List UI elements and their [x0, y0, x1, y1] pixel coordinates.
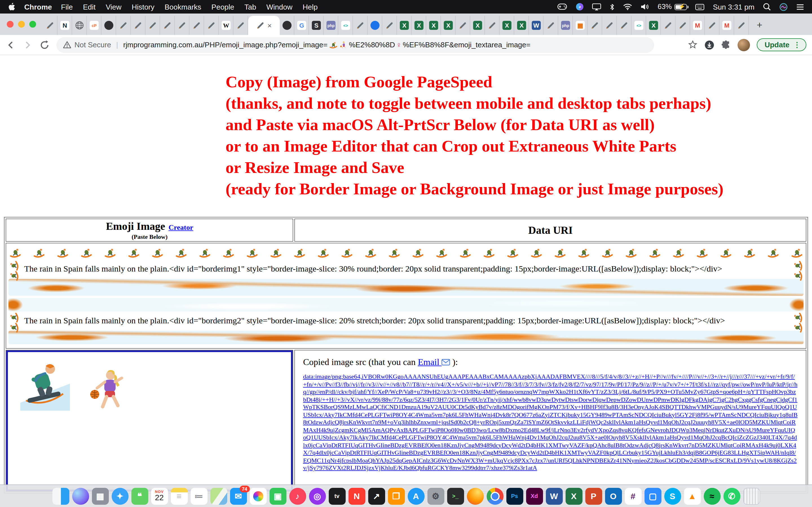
data-uri-text[interactable]: data:image/png;base64,iVBORw0KGgoAAAANSU… [303, 373, 798, 472]
tab[interactable] [280, 16, 294, 35]
tab[interactable]: W [529, 16, 544, 35]
menu-item[interactable]: Help [303, 3, 318, 11]
dock-terminal-icon[interactable]: >_ [447, 488, 464, 504]
not-secure-warning-icon[interactable] [63, 41, 71, 48]
tab[interactable]: W [219, 16, 234, 35]
tab[interactable]: php [558, 16, 573, 35]
tab[interactable] [705, 16, 719, 35]
minimize-window-button[interactable] [18, 21, 25, 27]
dock-system-preferences-icon[interactable]: ⚙ [427, 488, 444, 504]
tab[interactable]: X [470, 16, 485, 35]
address-bar[interactable]: Not Secure | rjmprogramming.com.au/PHP/e… [56, 37, 654, 53]
tab[interactable]: G [294, 16, 309, 35]
tab[interactable]: N [57, 16, 72, 35]
dock-calendar-icon[interactable]: NOV22 [151, 488, 168, 504]
notification-center-icon[interactable] [796, 4, 804, 10]
dock-photoshop-icon[interactable]: Ps [506, 488, 523, 504]
bookmark-star-icon[interactable] [688, 40, 698, 50]
tab[interactable] [116, 16, 131, 35]
tab[interactable] [204, 16, 219, 35]
dock-maps-icon[interactable] [210, 488, 227, 504]
tab[interactable]: ▦ [573, 16, 588, 35]
tab[interactable]: X [500, 16, 514, 35]
menu-app-name[interactable]: Chrome [24, 3, 52, 11]
tab[interactable] [544, 16, 558, 35]
battery-indicator[interactable]: 63% ⚡ [658, 3, 687, 11]
dock-stocks-icon[interactable]: ↗ [368, 488, 385, 504]
tab[interactable] [368, 16, 382, 35]
tab[interactable] [661, 16, 675, 35]
tab[interactable] [43, 16, 57, 35]
dock-vlc-icon[interactable]: ▲ [684, 488, 701, 504]
tab[interactable]: M [690, 16, 705, 35]
bluetooth-icon[interactable] [610, 3, 615, 10]
menu-item[interactable]: History [132, 3, 154, 11]
dock-reminders-icon[interactable]: ≔ [190, 488, 207, 504]
dock-word-icon[interactable]: W [546, 488, 562, 504]
dock-launchpad-icon[interactable]: ▦ [92, 488, 109, 504]
menu-item[interactable]: People [211, 3, 234, 11]
chat-app-icon[interactable] [576, 3, 584, 11]
dock-notes-icon[interactable]: ≡ [170, 488, 188, 504]
dock-zoom-icon[interactable]: ▢ [644, 488, 661, 504]
dock-app-store-icon[interactable]: A [407, 488, 424, 504]
email-link[interactable]: Email [418, 357, 450, 367]
dock-podcasts-icon[interactable]: ◎ [309, 488, 326, 504]
tab[interactable] [160, 16, 175, 35]
tab[interactable] [234, 16, 248, 35]
dock-mail-icon[interactable]: ✉74 [230, 488, 247, 504]
dock-spotify-icon[interactable]: ≈ [703, 488, 720, 504]
tab[interactable]: X [426, 16, 441, 35]
download-status-icon[interactable] [704, 40, 714, 50]
dock-messages-icon[interactable]: ❝ [131, 488, 148, 504]
tab[interactable]: S [309, 16, 324, 35]
tab[interactable]: X [646, 16, 661, 35]
menu-item[interactable]: File [61, 3, 73, 11]
profile-avatar[interactable] [738, 39, 750, 51]
tab[interactable] [456, 16, 470, 35]
dock-excel-icon[interactable]: X [565, 488, 582, 504]
browser-menu-icon[interactable]: ⋮ [794, 41, 801, 49]
tab[interactable] [485, 16, 500, 35]
forward-button[interactable] [22, 40, 33, 50]
tab[interactable]: X [441, 16, 456, 35]
apple-menu-icon[interactable] [8, 2, 15, 11]
screen-mirroring-icon[interactable] [592, 3, 601, 10]
volume-icon[interactable] [641, 3, 649, 10]
dock-tv-icon[interactable]: tv [328, 488, 345, 504]
dock-news-icon[interactable]: N [348, 488, 365, 504]
tab[interactable] [382, 16, 397, 35]
tab[interactable] [72, 16, 87, 35]
tab[interactable] [131, 16, 146, 35]
tab[interactable]: <> [338, 16, 353, 35]
menu-item[interactable]: Edit [83, 3, 96, 11]
dock-firefox-icon[interactable] [467, 488, 484, 504]
tab[interactable] [734, 16, 749, 35]
tab-active[interactable]: × [248, 16, 280, 35]
security-label[interactable]: Not Secure [74, 41, 111, 49]
tab[interactable] [353, 16, 368, 35]
menu-item[interactable]: View [106, 3, 121, 11]
tab[interactable] [101, 16, 116, 35]
tab-close-icon[interactable]: × [267, 22, 271, 29]
dock-books-icon[interactable]: ❐ [388, 488, 405, 504]
tab[interactable]: X [514, 16, 529, 35]
siri-icon[interactable] [779, 3, 788, 11]
tab[interactable]: cP [87, 16, 101, 35]
extensions-icon[interactable] [721, 40, 731, 50]
dock-powerpoint-icon[interactable]: P [585, 488, 602, 504]
tab[interactable] [190, 16, 204, 35]
menu-item[interactable]: Bookmarks [165, 3, 201, 11]
zoom-window-button[interactable] [29, 21, 36, 27]
dock-outlook-icon[interactable]: O [605, 488, 622, 504]
wifi-icon[interactable] [623, 3, 632, 10]
dock-chrome-icon[interactable] [486, 488, 503, 504]
tab[interactable] [602, 16, 617, 35]
tab[interactable]: <> [631, 16, 646, 35]
menu-clock[interactable]: Sun 3:31 pm [713, 3, 755, 11]
new-tab-button[interactable]: + [752, 18, 767, 33]
dock-siri-icon[interactable] [72, 488, 89, 504]
menu-item[interactable]: Window [266, 3, 293, 11]
back-button[interactable] [6, 40, 16, 50]
dock-facetime-icon[interactable]: ▣ [269, 488, 286, 504]
